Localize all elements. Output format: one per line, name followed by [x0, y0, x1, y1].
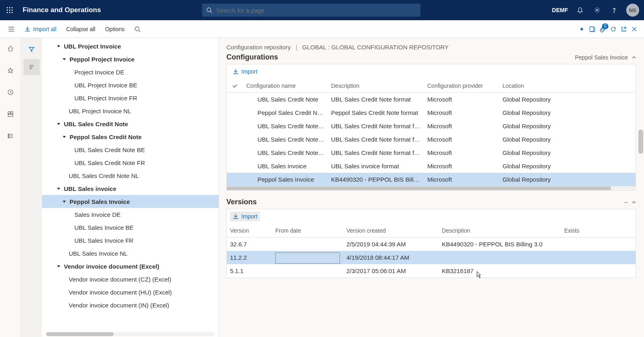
- tree-item[interactable]: UBL Sales Credit Note NL: [42, 169, 219, 182]
- table-row[interactable]: Peppol Sales InvoiceKB4490320 - PEPPOL B…: [227, 173, 636, 186]
- app-launcher-icon[interactable]: [5, 5, 15, 15]
- collapse-section-icon[interactable]: [632, 54, 636, 61]
- grid-horizontal-scrollbar[interactable]: [227, 186, 636, 190]
- attachments-icon[interactable]: 0: [600, 26, 606, 32]
- col-config-name[interactable]: Configuration name: [243, 83, 328, 89]
- notifications-icon[interactable]: [575, 5, 585, 15]
- versions-grid-header: Version From date Version created Descri…: [227, 224, 636, 237]
- table-row[interactable]: 5.1.12/3/2017 05:06:01 AMKB3216187: [227, 264, 636, 278]
- office-icon[interactable]: [589, 26, 595, 32]
- refresh-icon[interactable]: [610, 26, 617, 32]
- tree-item[interactable]: UBL Sales Invoice BE: [42, 221, 219, 234]
- col-description[interactable]: Description: [328, 83, 424, 89]
- nav-toggle-icon[interactable]: [3, 26, 19, 32]
- modules-icon[interactable]: [3, 129, 18, 143]
- tree-item-label: UBL Sales Invoice BE: [74, 224, 133, 231]
- popout-icon[interactable]: [621, 26, 627, 32]
- svg-line-17: [139, 30, 140, 32]
- search-input[interactable]: [215, 6, 416, 14]
- nav-rail: [0, 38, 21, 337]
- cell-created: 2/5/2019 04:44:39 AM: [343, 241, 439, 248]
- dataverse-icon[interactable]: [579, 26, 585, 32]
- col-exists[interactable]: Exists: [554, 227, 583, 234]
- cell-config-name: Peppol Sales Credit Note: [243, 109, 328, 116]
- table-row[interactable]: UBL Sales Credit NoteUBL Sales Credit No…: [227, 93, 636, 106]
- favorites-icon[interactable]: [3, 63, 18, 78]
- cell-description: UBL Sales Credit Note format fo...: [328, 149, 424, 156]
- tree-item[interactable]: UBL Sales Credit Note BE: [42, 143, 219, 156]
- tree-item[interactable]: Project Invoice DE: [42, 66, 219, 78]
- col-description[interactable]: Description: [439, 227, 554, 234]
- close-icon[interactable]: [631, 26, 638, 32]
- tree-item[interactable]: UBL Project Invoice BE: [42, 78, 219, 91]
- tree-horizontal-scrollbar[interactable]: [46, 332, 215, 336]
- search-bar[interactable]: [202, 4, 420, 17]
- config-import-button[interactable]: Import: [230, 67, 260, 76]
- col-from-date[interactable]: From date: [272, 227, 343, 234]
- collapse-section-icon[interactable]: [632, 199, 636, 206]
- options-button[interactable]: Options: [100, 23, 129, 35]
- cell-description: UBL Sales invoice format: [328, 163, 424, 170]
- table-row[interactable]: 32.6.72/5/2019 04:44:39 AMKB4490320 - PE…: [227, 237, 636, 251]
- tree-item[interactable]: UBL Project Invoice: [42, 40, 219, 53]
- workspaces-icon[interactable]: [3, 107, 18, 121]
- caret-down-icon[interactable]: [62, 198, 69, 205]
- grid-vertical-scrollbar[interactable]: [638, 93, 643, 202]
- home-icon[interactable]: [3, 41, 18, 56]
- tree-item-label: Peppol Sales Invoice: [70, 198, 130, 205]
- tree-item[interactable]: UBL Sales Credit Note: [42, 117, 219, 130]
- caret-down-icon[interactable]: [57, 121, 63, 127]
- table-row[interactable]: 11.2.24/19/2018 08:44:17 AM: [227, 251, 636, 264]
- caret-down-icon[interactable]: [62, 56, 69, 62]
- cell-config-name: UBL Sales Credit Note: [243, 96, 328, 103]
- tree-item[interactable]: Vendor invoice document (IN) (Excel): [42, 299, 219, 312]
- cell-config-name: Peppol Sales Invoice: [243, 176, 328, 183]
- svg-point-1: [9, 7, 11, 8]
- caret-down-icon[interactable]: [57, 263, 63, 269]
- settings-icon[interactable]: [592, 5, 602, 15]
- select-all-checkbox[interactable]: [227, 83, 243, 89]
- breadcrumb-root[interactable]: Configuration repository: [226, 44, 291, 51]
- table-row[interactable]: UBL Sales Credit Note BEUBL Sales Credit…: [227, 119, 636, 133]
- collapse-all-button[interactable]: Collapse all: [61, 23, 100, 35]
- version-import-button[interactable]: Import: [230, 212, 260, 221]
- caret-down-icon[interactable]: [57, 43, 63, 49]
- recent-icon[interactable]: [3, 85, 18, 100]
- import-all-button[interactable]: Import all: [19, 23, 61, 35]
- user-avatar[interactable]: NS: [626, 4, 639, 17]
- tree-item[interactable]: UBL Sales Credit Note FR: [42, 156, 219, 169]
- tree-item[interactable]: Peppol Sales Credit Note: [42, 130, 219, 143]
- tree-item[interactable]: Vendor invoice document (HU) (Excel): [42, 286, 219, 299]
- from-date-input[interactable]: [275, 252, 340, 264]
- tree-item-label: UBL Sales Invoice NL: [69, 250, 127, 257]
- tree-item-label: UBL Sales Credit Note BE: [74, 146, 145, 153]
- col-version[interactable]: Version: [227, 227, 272, 234]
- table-row[interactable]: UBL Sales Credit Note NLUBL Sales Credit…: [227, 146, 636, 159]
- table-row[interactable]: UBL Sales Credit Note FRUBL Sales Credit…: [227, 133, 636, 146]
- tree-item-label: UBL Sales Credit Note: [64, 121, 128, 127]
- tree-item[interactable]: UBL Sales invoice: [42, 182, 219, 195]
- col-created[interactable]: Version created: [343, 227, 439, 234]
- lines-icon[interactable]: [23, 59, 40, 75]
- tree-item[interactable]: UBL Project Invoice NL: [42, 104, 219, 117]
- tree-item[interactable]: UBL Sales Invoice FR: [42, 234, 219, 247]
- tree-item-label: UBL Sales Credit Note FR: [74, 159, 145, 166]
- tree-item[interactable]: Vendor invoice document (Excel): [42, 260, 219, 273]
- col-location[interactable]: Location: [499, 83, 564, 89]
- tree-item[interactable]: Sales Invoice DE: [42, 208, 219, 221]
- caret-down-icon[interactable]: [57, 185, 63, 192]
- company-picker[interactable]: DEMF: [552, 7, 568, 13]
- tree-item[interactable]: UBL Sales Invoice NL: [42, 247, 219, 260]
- table-row[interactable]: UBL Sales invoiceUBL Sales invoice forma…: [227, 159, 636, 173]
- filter-icon[interactable]: [23, 41, 40, 57]
- help-icon[interactable]: [609, 5, 619, 15]
- tree-item[interactable]: Vendor invoice document (CZ) (Excel): [42, 273, 219, 286]
- toolbar-search-button[interactable]: [129, 23, 146, 35]
- tree-item[interactable]: Peppol Project Invoice: [42, 53, 219, 66]
- col-provider[interactable]: Configuration provider: [424, 83, 499, 89]
- table-row[interactable]: Peppol Sales Credit NotePeppol Sales Cre…: [227, 106, 636, 119]
- tree-item[interactable]: UBL Project Invoice FR: [42, 91, 219, 104]
- breadcrumb: Configuration repository | GLOBAL : GLOB…: [226, 44, 636, 51]
- tree-item[interactable]: Peppol Sales Invoice: [42, 195, 219, 208]
- caret-down-icon[interactable]: [62, 134, 69, 140]
